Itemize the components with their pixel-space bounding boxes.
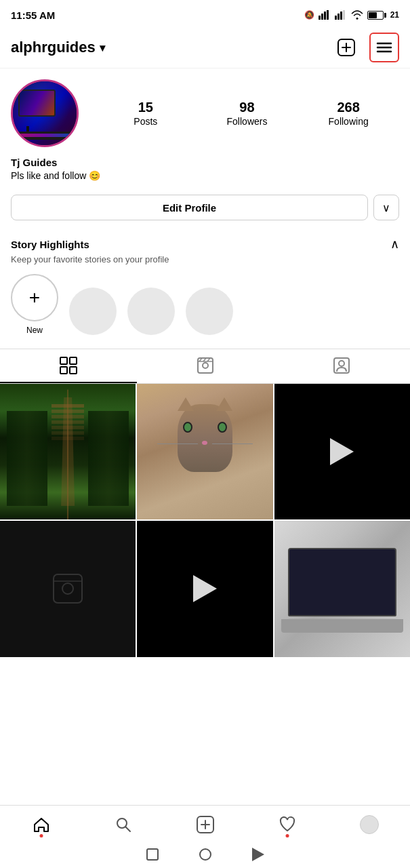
highlights-subtitle: Keep your favorite stories on your profi… xyxy=(11,254,399,264)
profile-top: 15 Posts 98 Followers 268 Following xyxy=(11,79,399,147)
profile-avatar-small xyxy=(360,815,379,834)
svg-point-25 xyxy=(339,361,344,366)
home-icon xyxy=(33,816,50,833)
svg-rect-5 xyxy=(337,14,340,20)
home-dot xyxy=(39,834,43,837)
play-icon xyxy=(330,438,354,465)
highlight-item-3[interactable] xyxy=(186,288,233,335)
add-content-button[interactable] xyxy=(331,33,361,62)
svg-rect-17 xyxy=(70,367,77,374)
profile-name: Tj Guides xyxy=(11,157,399,168)
status-time: 11:55 AM xyxy=(11,9,55,21)
menu-icon xyxy=(376,41,392,54)
svg-point-27 xyxy=(62,583,73,594)
username-text: alphrguides xyxy=(11,39,96,56)
reels-icon xyxy=(197,357,214,374)
highlight-new-item[interactable]: + New xyxy=(11,274,58,335)
mute-icon: 🔕 xyxy=(304,10,314,20)
profile-dropdown-button[interactable]: ∨ xyxy=(373,195,399,220)
grid-cell-2[interactable] xyxy=(137,384,272,519)
edit-profile-button[interactable]: Edit Profile xyxy=(11,195,368,220)
play-icon-2 xyxy=(193,575,217,602)
svg-rect-7 xyxy=(343,10,345,20)
battery-percent: 21 xyxy=(390,10,399,20)
plus-icon: + xyxy=(29,288,40,307)
android-back-icon[interactable] xyxy=(252,848,264,861)
svg-rect-14 xyxy=(60,357,67,364)
nav-add[interactable] xyxy=(188,808,222,842)
android-home-icon[interactable] xyxy=(199,848,211,861)
grid-cell-1[interactable] xyxy=(0,384,136,519)
grid-cell-3[interactable] xyxy=(274,384,410,519)
highlight-new-label: New xyxy=(26,326,43,335)
chevron-down-icon: ∨ xyxy=(382,201,390,214)
followers-label: Followers xyxy=(227,116,268,127)
svg-rect-16 xyxy=(60,367,67,374)
following-count: 268 xyxy=(321,100,375,115)
svg-point-19 xyxy=(203,363,208,368)
grid-cell-6[interactable] xyxy=(274,521,410,656)
heart-icon xyxy=(279,816,296,833)
edit-profile-row: Edit Profile ∨ xyxy=(0,186,410,229)
followers-count: 98 xyxy=(220,100,274,115)
bottom-navigation xyxy=(0,805,410,868)
tab-reels[interactable] xyxy=(137,349,274,383)
svg-rect-1 xyxy=(321,14,323,20)
posts-count: 15 xyxy=(119,100,173,115)
signal-icon xyxy=(319,10,331,20)
highlight-item-1[interactable] xyxy=(69,288,117,335)
nav-items xyxy=(0,806,410,844)
highlight-circle-2 xyxy=(127,288,175,335)
nav-activity[interactable] xyxy=(270,808,304,842)
battery-indicator xyxy=(367,11,386,20)
profile-bio: Pls like and follow 😊 xyxy=(11,170,399,181)
profile-section: 15 Posts 98 Followers 268 Following Tj G… xyxy=(0,68,410,186)
svg-rect-26 xyxy=(54,574,82,603)
dropdown-arrow: ▾ xyxy=(100,41,105,54)
wifi-icon xyxy=(351,10,363,20)
hamburger-menu-button[interactable] xyxy=(369,33,399,62)
highlight-circle-3 xyxy=(186,288,233,335)
grid-cell-5[interactable] xyxy=(137,521,272,656)
highlights-collapse-icon[interactable]: ∧ xyxy=(390,237,399,252)
signal-icon2 xyxy=(335,10,347,20)
svg-rect-6 xyxy=(340,12,342,20)
tagged-icon xyxy=(333,357,350,374)
photo-grid xyxy=(0,384,410,657)
following-stat[interactable]: 268 Following xyxy=(321,100,375,127)
following-label: Following xyxy=(329,116,369,127)
nav-profile[interactable] xyxy=(352,808,386,842)
nav-home[interactable] xyxy=(24,808,58,842)
svg-line-30 xyxy=(125,827,130,832)
posts-label: Posts xyxy=(134,116,157,127)
highlight-new-circle[interactable]: + xyxy=(11,274,58,321)
highlight-item-2[interactable] xyxy=(127,288,175,335)
app-header: alphrguides ▾ xyxy=(0,27,410,68)
plus-square-icon xyxy=(337,38,356,57)
followers-stat[interactable]: 98 Followers xyxy=(220,100,274,127)
grid-cell-4[interactable] xyxy=(0,521,136,656)
avatar[interactable] xyxy=(11,79,79,147)
username-dropdown[interactable]: alphrguides ▾ xyxy=(11,39,105,56)
status-bar: 11:55 AM 🔕 21 xyxy=(0,0,410,27)
reel-cell-icon xyxy=(51,572,85,606)
svg-rect-2 xyxy=(324,12,326,20)
content-tabs xyxy=(0,349,410,384)
android-nav-bar xyxy=(0,844,410,868)
nav-search[interactable] xyxy=(106,808,140,842)
highlights-header: Story Highlights ∧ xyxy=(11,237,399,252)
android-recents-icon[interactable] xyxy=(146,848,159,861)
grid-icon xyxy=(60,357,77,374)
status-icons: 🔕 21 xyxy=(304,10,399,20)
add-icon xyxy=(196,815,215,834)
tab-grid[interactable] xyxy=(0,349,137,383)
activity-dot xyxy=(285,834,289,837)
svg-rect-0 xyxy=(319,16,321,20)
highlights-row: + New xyxy=(11,274,399,343)
highlight-circle-1 xyxy=(69,288,117,335)
posts-stat[interactable]: 15 Posts xyxy=(119,100,173,127)
tab-tagged[interactable] xyxy=(273,349,410,383)
search-icon xyxy=(115,816,132,833)
svg-rect-3 xyxy=(327,10,329,20)
header-actions xyxy=(331,33,399,62)
